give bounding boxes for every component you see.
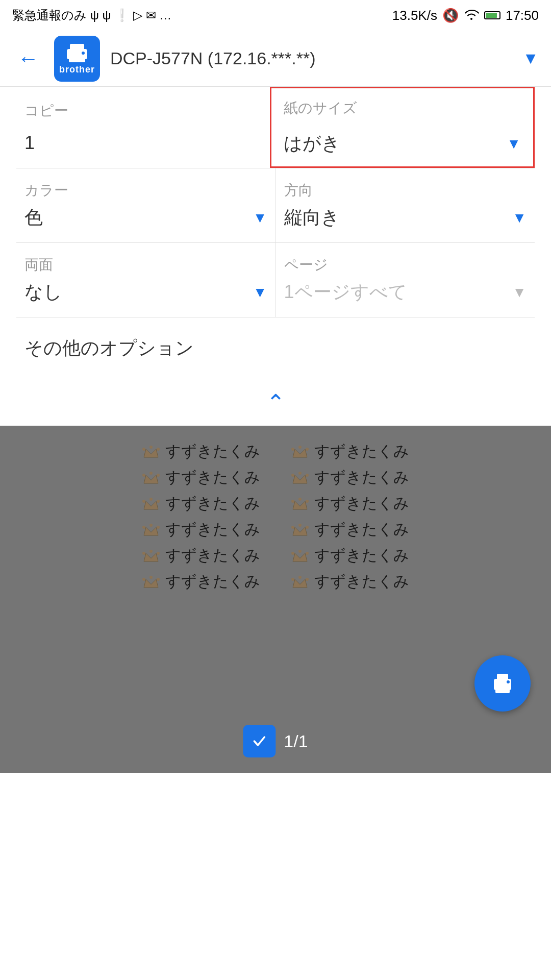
preview-row-6: すずきたくみ すずきたくみ	[20, 571, 531, 592]
svg-marker-48	[293, 579, 307, 587]
svg-point-19	[306, 474, 309, 477]
battery-icon	[484, 11, 500, 19]
printer-dropdown-arrow[interactable]: ▼	[522, 49, 539, 68]
list-item: すずきたくみ	[142, 493, 260, 514]
svg-point-22	[149, 498, 153, 501]
row-color-direction: カラー 色 ▼ 方向 縦向き ▼	[16, 168, 535, 243]
color-value[interactable]: 色 ▼	[24, 205, 267, 230]
svg-point-45	[142, 578, 145, 581]
copy-label: コピー	[24, 101, 262, 120]
other-options[interactable]: その他のオプション	[16, 317, 535, 379]
preview-row-5: すずきたくみ すずきたくみ	[20, 545, 531, 566]
list-item: すずきたくみ	[291, 545, 409, 566]
svg-point-9	[291, 448, 294, 451]
list-item: すずきたくみ	[142, 519, 260, 540]
svg-point-46	[149, 576, 153, 579]
svg-point-17	[291, 474, 294, 477]
svg-point-55	[507, 680, 510, 683]
paper-size-setting[interactable]: 紙のサイズ はがき ▼	[270, 87, 535, 168]
svg-marker-24	[293, 501, 307, 509]
svg-rect-1	[70, 44, 84, 51]
svg-point-25	[291, 500, 294, 503]
list-item: すずきたくみ	[142, 441, 260, 462]
list-item: すずきたくみ	[142, 545, 260, 566]
page-setting: ページ 1ページすべて ▼	[276, 243, 535, 317]
list-item: すずきたくみ	[291, 493, 409, 514]
svg-point-10	[298, 446, 302, 449]
svg-point-23	[157, 500, 160, 503]
list-item: すずきたくみ	[291, 441, 409, 462]
svg-point-13	[142, 474, 145, 477]
color-setting: カラー 色 ▼	[16, 168, 276, 242]
status-bar: 緊急通報のみ ψ ψ ❕ ▷ ✉ … 13.5K/s 🔇 17:50	[0, 0, 551, 31]
back-button[interactable]: ←	[12, 41, 44, 76]
direction-label: 方向	[284, 181, 527, 200]
paper-size-value[interactable]: はがき ▼	[284, 131, 521, 156]
svg-marker-44	[144, 579, 158, 587]
svg-marker-16	[293, 475, 307, 483]
duplex-dropdown-arrow[interactable]: ▼	[253, 284, 267, 301]
svg-point-47	[157, 578, 160, 581]
list-item: すずきたくみ	[291, 571, 409, 592]
list-item: すずきたくみ	[142, 571, 260, 592]
svg-point-42	[298, 550, 302, 553]
svg-marker-36	[144, 553, 158, 561]
network-speed: 13.5K/s	[392, 8, 437, 23]
list-item: すずきたくみ	[142, 467, 260, 488]
svg-point-26	[298, 498, 302, 501]
duplex-setting: 両面 なし ▼	[16, 243, 276, 317]
list-item: すずきたくみ	[291, 519, 409, 540]
duplex-value[interactable]: なし ▼	[24, 280, 267, 305]
chevron-up-icon[interactable]: ⌃	[266, 389, 285, 415]
paper-size-dropdown-arrow[interactable]: ▼	[507, 136, 521, 152]
svg-point-38	[149, 550, 153, 553]
preview-row-4: すずきたくみ すずきたくみ	[20, 519, 531, 540]
svg-point-35	[306, 526, 309, 529]
duplex-label: 両面	[24, 255, 267, 275]
svg-rect-2	[69, 56, 85, 62]
brother-logo: brother	[54, 36, 100, 82]
page-number: 1/1	[284, 731, 308, 751]
row-duplex-page: 両面 なし ▼ ページ 1ページすべて ▼	[16, 243, 535, 317]
mute-icon: 🔇	[442, 8, 459, 23]
svg-point-7	[157, 448, 160, 451]
svg-point-6	[149, 446, 153, 449]
preview-row-2: すずきたくみ すずきたくみ	[20, 467, 531, 488]
clock: 17:50	[506, 8, 539, 23]
page-check-icon	[243, 725, 276, 757]
status-left: 緊急通報のみ ψ ψ ❕ ▷ ✉ …	[12, 7, 171, 23]
direction-dropdown-arrow[interactable]: ▼	[512, 210, 527, 226]
brand-label: brother	[59, 64, 95, 75]
svg-point-33	[291, 526, 294, 529]
svg-point-31	[157, 526, 160, 529]
svg-marker-20	[144, 501, 158, 509]
print-fab-button[interactable]	[474, 655, 531, 712]
svg-rect-53	[497, 674, 508, 681]
svg-marker-4	[144, 449, 158, 457]
svg-point-34	[298, 524, 302, 527]
color-label: カラー	[24, 181, 267, 200]
svg-marker-8	[293, 449, 307, 457]
status-left-text: 緊急通報のみ ψ ψ ❕ ▷ ✉ …	[12, 7, 171, 23]
wifi-icon	[464, 8, 479, 23]
settings-panel: コピー 1 紙のサイズ はがき ▼ カラー 色 ▼ 方向 縦向き ▼	[0, 87, 551, 379]
svg-point-49	[291, 578, 294, 581]
page-value: 1ページすべて ▼	[284, 280, 527, 305]
svg-marker-40	[293, 553, 307, 561]
svg-rect-54	[495, 686, 510, 693]
chevron-up-section[interactable]: ⌃	[0, 379, 551, 426]
svg-marker-32	[293, 527, 307, 535]
svg-marker-12	[144, 475, 158, 483]
preview-area: すずきたくみ すずきたくみ すずきたくみ	[0, 426, 551, 773]
svg-point-21	[142, 500, 145, 503]
svg-point-37	[142, 552, 145, 555]
row-copy-papersize: コピー 1 紙のサイズ はがき ▼	[16, 87, 535, 168]
page-label: ページ	[284, 255, 527, 275]
printer-name: DCP-J577N (172.16.***.**)	[110, 48, 512, 68]
svg-point-29	[142, 526, 145, 529]
svg-point-43	[306, 552, 309, 555]
direction-value[interactable]: 縦向き ▼	[284, 205, 527, 230]
svg-point-14	[149, 472, 153, 475]
svg-point-27	[306, 500, 309, 503]
color-dropdown-arrow[interactable]: ▼	[253, 210, 267, 226]
